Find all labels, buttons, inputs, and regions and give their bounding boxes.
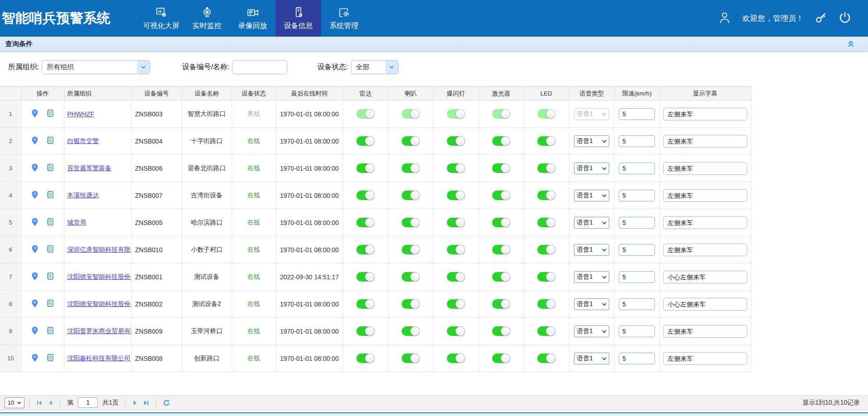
log-icon[interactable] <box>46 299 54 309</box>
org-link[interactable]: PHWHZF <box>67 110 95 118</box>
laser-toggle[interactable] <box>492 354 510 363</box>
speed-limit-input[interactable]: 5 <box>619 325 655 337</box>
laser-toggle[interactable] <box>492 191 510 200</box>
radar-toggle[interactable] <box>356 218 375 227</box>
log-icon[interactable] <box>46 136 54 146</box>
nav-item-device-info[interactable]: 设备信息 <box>275 0 321 37</box>
subtitle-input[interactable]: 左侧来车 <box>663 352 747 365</box>
strobe-toggle[interactable] <box>447 109 465 119</box>
led-toggle[interactable] <box>537 218 555 227</box>
map-pin-icon[interactable] <box>31 163 38 173</box>
led-toggle[interactable] <box>537 163 555 173</box>
radar-toggle[interactable] <box>356 245 375 254</box>
nav-item-live-monitor[interactable]: 实时监控 <box>184 0 230 37</box>
horn-toggle[interactable] <box>402 218 420 227</box>
log-icon[interactable] <box>46 326 54 336</box>
led-toggle[interactable] <box>537 109 555 119</box>
led-toggle[interactable] <box>537 136 555 146</box>
log-icon[interactable] <box>46 354 54 363</box>
subtitle-input[interactable]: 小心左侧来车 <box>663 271 747 283</box>
strobe-toggle[interactable] <box>447 299 465 309</box>
laser-toggle[interactable] <box>492 245 510 254</box>
laser-toggle[interactable] <box>492 136 510 146</box>
voice-type-select[interactable]: 语音1 <box>574 217 609 229</box>
nav-item-playback[interactable]: 录像回放 <box>230 0 275 37</box>
led-toggle[interactable] <box>537 272 555 282</box>
org-link[interactable]: 沈阳德安智能科技股份有 <box>67 300 132 307</box>
horn-toggle[interactable] <box>402 272 420 282</box>
horn-toggle[interactable] <box>402 245 420 254</box>
org-filter-select[interactable]: 所有组织 <box>42 60 150 74</box>
power-icon[interactable] <box>838 11 852 26</box>
map-pin-icon[interactable] <box>31 109 38 119</box>
org-link[interactable]: 沈阳普罗米商业贸易有限 <box>67 327 132 335</box>
speed-limit-input[interactable]: 5 <box>619 217 655 229</box>
map-pin-icon[interactable] <box>31 218 38 228</box>
map-pin-icon[interactable] <box>31 326 38 336</box>
subtitle-input[interactable]: 左侧来车 <box>663 135 747 148</box>
nav-item-system-manage[interactable]: 系统管理 <box>321 0 367 37</box>
laser-toggle[interactable] <box>492 272 510 282</box>
org-link[interactable]: 本溪恒晟达 <box>67 191 99 199</box>
strobe-toggle[interactable] <box>447 326 465 336</box>
voice-type-select[interactable]: 语音1 <box>574 271 609 283</box>
horn-toggle[interactable] <box>402 136 420 146</box>
org-link[interactable]: 百世盾军警装备 <box>67 164 112 172</box>
speed-limit-input[interactable]: 5 <box>619 190 655 201</box>
laser-toggle[interactable] <box>492 299 510 309</box>
strobe-toggle[interactable] <box>447 136 465 146</box>
map-pin-icon[interactable] <box>31 272 38 282</box>
nav-item-visualization[interactable]: 可视化大屏 <box>138 0 184 37</box>
org-link[interactable]: 深圳亿录智能科技有限公 <box>67 246 132 253</box>
map-pin-icon[interactable] <box>31 245 38 255</box>
subtitle-input[interactable]: 左侧来车 <box>663 162 747 175</box>
led-toggle[interactable] <box>537 326 555 336</box>
strobe-toggle[interactable] <box>447 191 465 200</box>
speed-limit-input[interactable]: 5 <box>619 108 655 120</box>
led-toggle[interactable] <box>537 191 555 200</box>
radar-toggle[interactable] <box>356 109 375 119</box>
refresh-icon[interactable] <box>161 397 172 408</box>
radar-toggle[interactable] <box>356 272 375 282</box>
strobe-toggle[interactable] <box>447 218 465 227</box>
horn-toggle[interactable] <box>402 326 420 336</box>
page-number-input[interactable]: 1 <box>78 397 98 408</box>
speed-limit-input[interactable]: 5 <box>619 244 655 256</box>
voice-type-select[interactable]: 语音1 <box>574 325 609 337</box>
map-pin-icon[interactable] <box>31 354 38 363</box>
org-link[interactable]: 白银市交警 <box>67 137 99 144</box>
voice-type-select[interactable]: 语音1 <box>574 353 609 364</box>
org-link[interactable]: 沈阳德安智能科技股份有 <box>67 273 132 280</box>
map-pin-icon[interactable] <box>31 136 38 146</box>
subtitle-input[interactable]: 左侧来车 <box>663 189 747 202</box>
strobe-toggle[interactable] <box>447 354 465 363</box>
radar-toggle[interactable] <box>356 299 375 309</box>
led-toggle[interactable] <box>537 245 555 254</box>
log-icon[interactable] <box>46 272 54 282</box>
radar-toggle[interactable] <box>356 191 375 200</box>
log-icon[interactable] <box>46 191 54 200</box>
subtitle-input[interactable]: 左侧来车 <box>663 216 747 229</box>
subtitle-input[interactable]: 小心左侧来车 <box>663 298 747 311</box>
speed-limit-input[interactable]: 5 <box>619 353 655 364</box>
org-link[interactable]: 城管局 <box>67 219 86 226</box>
led-toggle[interactable] <box>537 299 555 309</box>
voice-type-select[interactable]: 语音1 <box>574 135 609 147</box>
double-chevron-up-icon[interactable] <box>846 39 855 50</box>
log-icon[interactable] <box>46 245 54 254</box>
radar-toggle[interactable] <box>356 163 375 173</box>
voice-type-select[interactable]: 语音1 <box>574 108 609 120</box>
voice-type-select[interactable]: 语音1 <box>574 244 609 256</box>
strobe-toggle[interactable] <box>447 272 465 282</box>
next-page-icon[interactable] <box>130 397 141 408</box>
laser-toggle[interactable] <box>492 218 510 227</box>
page-size-select[interactable]: 10 <box>5 397 24 408</box>
key-icon[interactable] <box>815 11 827 26</box>
horn-toggle[interactable] <box>402 299 420 309</box>
speed-limit-input[interactable]: 5 <box>619 298 655 310</box>
org-link[interactable]: 沈阳鑫松科技有限公司 <box>67 354 131 362</box>
led-toggle[interactable] <box>537 354 555 363</box>
radar-toggle[interactable] <box>356 354 375 363</box>
voice-type-select[interactable]: 语音1 <box>574 163 609 174</box>
speed-limit-input[interactable]: 5 <box>619 163 655 174</box>
